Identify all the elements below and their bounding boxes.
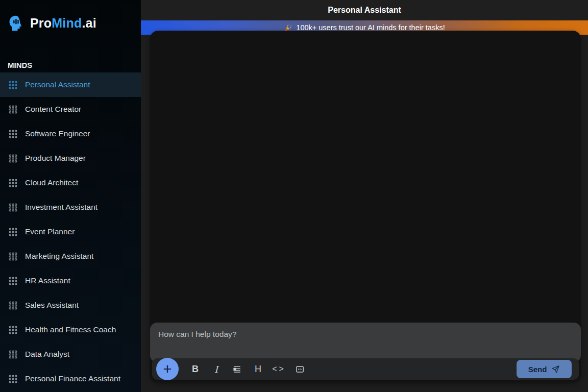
drag-handle-icon[interactable] bbox=[8, 374, 18, 384]
message-input[interactable] bbox=[150, 323, 581, 362]
heading-button[interactable]: H bbox=[248, 359, 268, 379]
drag-handle-icon[interactable] bbox=[8, 325, 18, 335]
sidebar-item[interactable]: Marketing Assistant bbox=[0, 244, 141, 268]
send-button[interactable]: Send bbox=[517, 360, 572, 378]
message-area bbox=[150, 31, 581, 323]
composer: + B I H <> bbox=[150, 323, 581, 382]
app-window: ProMind.ai MINDS Personal Assistant bbox=[0, 0, 588, 392]
sidebar-section-label: MINDS bbox=[8, 61, 141, 69]
sidebar-item-label: Product Manager bbox=[25, 154, 86, 163]
chat-card: + B I H <> bbox=[150, 31, 581, 382]
sidebar-item-label: Data Analyst bbox=[25, 350, 69, 359]
drag-handle-icon[interactable] bbox=[8, 252, 18, 261]
sidebar-item-label: Investment Assistant bbox=[25, 203, 97, 212]
code-block-icon bbox=[295, 364, 305, 374]
brand-accent: Mind bbox=[52, 16, 82, 30]
sidebar-item[interactable]: Content Creator bbox=[0, 97, 141, 121]
sidebar: ProMind.ai MINDS Personal Assistant bbox=[0, 0, 141, 392]
sidebar-item-label: Cloud Architect bbox=[25, 178, 78, 187]
brand-wordmark: ProMind.ai bbox=[30, 16, 96, 31]
inline-code-button[interactable]: <> bbox=[268, 359, 289, 379]
main-panel: Personal Assistant 100k+ users trust our… bbox=[141, 0, 588, 392]
sidebar-item[interactable]: Investment Assistant bbox=[0, 195, 141, 219]
sidebar-item[interactable]: HR Assistant bbox=[0, 268, 141, 293]
sidebar-item-label: Personal Assistant bbox=[25, 80, 90, 89]
sidebar-item-label: Personal Finance Assistant bbox=[25, 374, 120, 383]
sidebar-item[interactable]: Product Manager bbox=[0, 146, 141, 170]
composer-toolbar: + B I H <> bbox=[152, 358, 579, 380]
brand-suffix: .ai bbox=[82, 16, 96, 30]
sidebar-item[interactable]: Event Planner bbox=[0, 219, 141, 244]
send-plane-icon bbox=[551, 365, 560, 374]
minds-list: Personal Assistant Content Creator bbox=[0, 72, 141, 391]
sidebar-item[interactable]: Cloud Architect bbox=[0, 170, 141, 195]
bullet-list-icon bbox=[232, 364, 242, 374]
top-bar: Personal Assistant bbox=[141, 0, 588, 20]
drag-handle-icon[interactable] bbox=[8, 350, 18, 359]
drag-handle-icon[interactable] bbox=[8, 154, 18, 163]
list-button[interactable] bbox=[227, 359, 248, 379]
drag-handle-icon[interactable] bbox=[8, 178, 18, 188]
send-button-label: Send bbox=[528, 365, 547, 374]
italic-button[interactable]: I bbox=[206, 359, 227, 379]
sidebar-item[interactable]: Personal Assistant bbox=[0, 72, 141, 97]
sidebar-item-label: Health and Fitness Coach bbox=[25, 325, 116, 334]
brand-logo: ProMind.ai bbox=[0, 0, 141, 32]
brand-prefix: Pro bbox=[30, 16, 52, 30]
sidebar-item-label: HR Assistant bbox=[25, 276, 70, 285]
bold-button[interactable]: B bbox=[185, 359, 206, 379]
sidebar-item-label: Sales Assistant bbox=[25, 301, 79, 310]
drag-handle-icon[interactable] bbox=[8, 276, 18, 286]
drag-handle-icon[interactable] bbox=[8, 227, 18, 237]
sidebar-item[interactable]: Data Analyst bbox=[0, 342, 141, 366]
page-title: Personal Assistant bbox=[328, 6, 401, 15]
sidebar-item[interactable]: Software Engineer bbox=[0, 121, 141, 146]
sidebar-item[interactable]: Personal Finance Assistant bbox=[0, 366, 141, 391]
drag-handle-icon[interactable] bbox=[8, 129, 18, 139]
sidebar-item-label: Marketing Assistant bbox=[25, 252, 93, 261]
sidebar-item[interactable]: Sales Assistant bbox=[0, 293, 141, 317]
drag-handle-icon[interactable] bbox=[8, 105, 18, 114]
code-block-button[interactable] bbox=[289, 359, 310, 379]
sidebar-item-label: Content Creator bbox=[25, 105, 81, 114]
add-attachment-button[interactable]: + bbox=[156, 358, 179, 380]
drag-handle-icon[interactable] bbox=[8, 301, 18, 310]
drag-handle-icon[interactable] bbox=[8, 203, 18, 212]
promind-head-icon bbox=[8, 14, 26, 32]
drag-handle-icon[interactable] bbox=[8, 80, 18, 90]
sidebar-item-label: Event Planner bbox=[25, 227, 75, 236]
sidebar-item-label: Software Engineer bbox=[25, 129, 90, 138]
sidebar-item[interactable]: Health and Fitness Coach bbox=[0, 317, 141, 342]
